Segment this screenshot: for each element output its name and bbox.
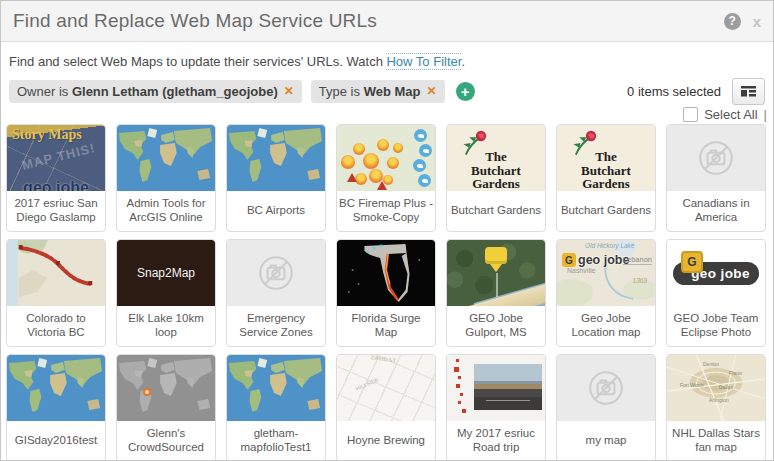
map-title: Canadians in America — [667, 191, 765, 231]
map-title: NHL Dallas Stars fan map — [667, 421, 765, 461]
fire-warning-icon — [377, 181, 387, 190]
route-dot — [460, 393, 463, 396]
route-dot — [458, 376, 461, 379]
map-title: my map — [557, 421, 655, 461]
city-label: Arlington — [709, 397, 729, 403]
map-label: Lebanon — [623, 255, 652, 265]
fire-icon — [363, 153, 379, 169]
geo-jobe-logo: G geo jobe — [562, 253, 629, 267]
map-card[interactable]: GEO Jobe Gulport, MS — [446, 239, 546, 347]
map-card[interactable]: Emergency Service Zones — [226, 239, 326, 347]
twitter-bird-icon — [419, 144, 432, 157]
world-map-image — [7, 355, 105, 421]
map-thumbnail: Denton Plano Fort Worth Dallas Arlington — [667, 355, 765, 421]
map-card[interactable]: The Butchart Gardens Butchart Gardens — [556, 124, 656, 232]
map-thumbnail — [227, 240, 325, 306]
map-card[interactable]: my map — [556, 354, 656, 461]
filter-chip-owner: Owner is Glenn Letham (gletham_geojobe)✕ — [9, 80, 302, 103]
map-card[interactable]: Canadians in America — [666, 124, 766, 232]
map-card[interactable]: Story Maps MAP THIS! geo jobe 2017 esriu… — [6, 124, 106, 232]
map-title: Florida Surge Map — [337, 306, 435, 346]
map-thumbnail — [117, 355, 215, 421]
map-thumbnail — [557, 355, 655, 421]
no-image-icon — [255, 252, 297, 294]
world-map-image — [227, 125, 325, 191]
find-replace-dialog: Find and Replace Web Map Service URLs ? … — [0, 0, 774, 461]
map-label: Nashville — [567, 267, 595, 274]
map-title: Emergency Service Zones — [227, 306, 325, 346]
fire-icon — [387, 157, 399, 169]
map-title: Colorado to Victoria BC — [7, 306, 105, 346]
map-thumbnail — [227, 355, 325, 421]
chip-prefix: Owner is — [17, 84, 72, 99]
select-all-checkbox[interactable] — [683, 107, 698, 122]
map-card[interactable]: Denton Plano Fort Worth Dallas Arlington… — [666, 354, 766, 461]
filter-bar: Owner is Glenn Letham (gletham_geojobe)✕… — [9, 78, 765, 104]
filter-chip-type: Type is Web Map✕ — [311, 80, 445, 103]
twitter-bird-icon — [418, 174, 431, 187]
route-dot — [454, 367, 459, 372]
web-map-grid: Story Maps MAP THIS! geo jobe 2017 esriu… — [1, 122, 773, 461]
city-label: Denton — [703, 361, 719, 367]
help-icon[interactable]: ? — [724, 13, 741, 30]
add-filter-icon[interactable]: + — [456, 82, 475, 101]
geo-jobe-logo: geo jobe — [7, 179, 105, 191]
map-card[interactable]: GISday2016test — [6, 354, 106, 461]
fire-icon — [353, 143, 365, 155]
intro-text: Find and select Web Maps to update their… — [9, 54, 765, 69]
map-title: GISday2016test — [7, 421, 105, 461]
dialog-header: Find and Replace Web Map Service URLs ? … — [1, 1, 773, 42]
city-label: Plano — [729, 370, 742, 376]
map-card[interactable]: gletham-mapfolioTest1 — [226, 354, 326, 461]
select-all-label[interactable]: Select All — [704, 107, 757, 122]
map-title: Glenn's CrowdSourced — [117, 421, 215, 461]
fire-warning-icon — [347, 173, 357, 182]
intro-after: . — [461, 54, 465, 69]
map-pin-icon — [485, 247, 507, 264]
map-card[interactable]: Admin Tools for ArcGIS Online — [116, 124, 216, 232]
map-card[interactable]: geo jobe G GEO Jobe Team Eclipse Photo — [666, 239, 766, 347]
dialog-title: Find and Replace Web Map Service URLs — [13, 10, 724, 32]
map-thumbnail: Snap2Map — [117, 240, 215, 306]
close-icon[interactable]: x — [753, 13, 761, 30]
map-card[interactable]: The Butchart Gardens Butchart Gardens — [446, 124, 546, 232]
selected-count: 0 items selected — [627, 84, 721, 99]
remove-filter-icon[interactable]: ✕ — [426, 84, 436, 98]
remove-filter-icon[interactable]: ✕ — [284, 84, 294, 98]
world-map-image — [227, 355, 325, 421]
pin-shadow — [496, 273, 498, 297]
map-card[interactable]: DAVID ST HILLSIDE Hoyne Brewing — [336, 354, 436, 461]
map-card[interactable]: My 2017 esriuc Road trip — [446, 354, 546, 461]
route-map-image — [7, 240, 105, 306]
map-card[interactable]: Snap2Map Elk Lake 10km loop — [116, 239, 216, 347]
map-card[interactable]: Colorado to Victoria BC — [6, 239, 106, 347]
twitter-bird-icon — [413, 159, 426, 172]
map-title: GEO Jobe Team Eclipse Photo — [667, 306, 765, 346]
butchart-logo-text: The Butchart Gardens — [465, 150, 527, 191]
map-card[interactable]: BC Airports — [226, 124, 326, 232]
world-map-image — [117, 125, 215, 191]
route-dot — [462, 409, 466, 413]
map-thumbnail — [7, 355, 105, 421]
list-view-button[interactable] — [732, 78, 765, 105]
map-title: BC Firemap Plus - Smoke-Copy — [337, 191, 435, 231]
map-card[interactable]: Old Hickory Lake G geo jobe Lebanon Nash… — [556, 239, 656, 347]
map-thumbnail — [7, 240, 105, 306]
map-card[interactable]: Florida Surge Map — [336, 239, 436, 347]
map-card[interactable]: BC Firemap Plus - Smoke-Copy — [336, 124, 436, 232]
fire-icon — [377, 139, 389, 151]
surge-map-image — [337, 240, 435, 306]
map-thumbnail: The Butchart Gardens — [557, 125, 655, 191]
road-trip-photo — [474, 364, 542, 410]
map-title: Butchart Gardens — [557, 191, 655, 231]
map-thumbnail — [337, 125, 435, 191]
how-to-filter-link[interactable]: How To Filter — [386, 53, 461, 70]
map-thumbnail — [117, 125, 215, 191]
map-thumbnail — [447, 240, 545, 306]
map-card[interactable]: Glenn's CrowdSourced — [116, 354, 216, 461]
snap2map-logo-text: Snap2Map — [137, 266, 195, 280]
map-title: Elk Lake 10km loop — [117, 306, 215, 346]
city-label: Dallas — [719, 384, 733, 390]
no-image-icon — [695, 137, 737, 179]
map-title: GEO Jobe Gulport, MS — [447, 306, 545, 346]
